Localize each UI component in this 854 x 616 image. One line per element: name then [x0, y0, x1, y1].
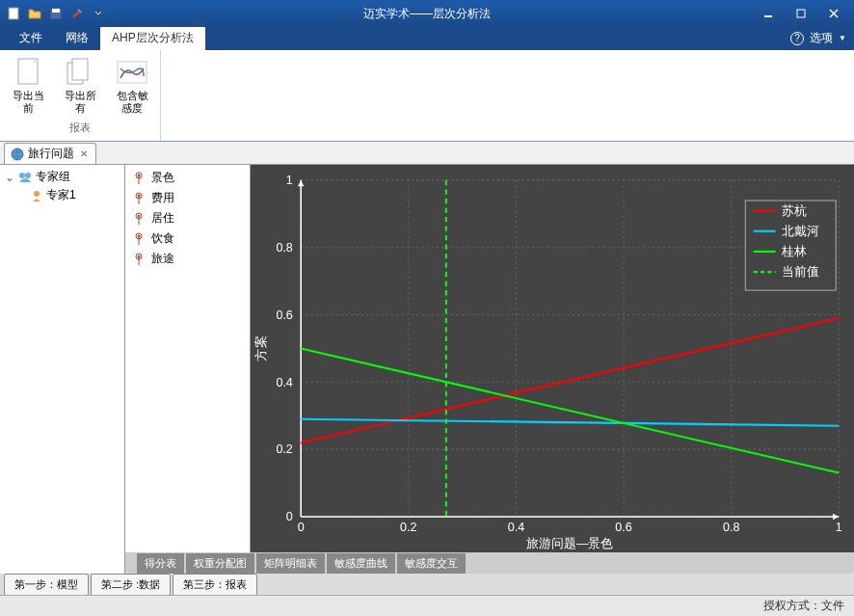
- subtab-score[interactable]: 得分表: [137, 553, 184, 574]
- svg-text:方案: 方案: [254, 335, 268, 361]
- svg-text:1: 1: [286, 174, 293, 187]
- antenna-icon: [132, 253, 146, 266]
- svg-text:0: 0: [286, 510, 293, 523]
- step-tab-report[interactable]: 第三步：报表: [173, 574, 257, 596]
- maximize-button[interactable]: [785, 4, 817, 23]
- help-icon[interactable]: ?: [790, 32, 804, 45]
- antenna-icon: [132, 232, 146, 246]
- minimize-button[interactable]: [752, 4, 785, 23]
- tools-icon[interactable]: [67, 4, 87, 23]
- svg-point-11: [25, 173, 31, 178]
- person-icon: [30, 189, 43, 202]
- qat-dropdown-icon[interactable]: [89, 4, 108, 23]
- criteria-item[interactable]: 饮食: [128, 228, 247, 249]
- svg-text:0.8: 0.8: [276, 241, 292, 254]
- tree-panel: ⌄ 专家组 专家1: [0, 165, 125, 574]
- svg-text:0.6: 0.6: [615, 521, 631, 534]
- svg-text:0.4: 0.4: [508, 521, 524, 534]
- tree-root-node[interactable]: ⌄ 专家组: [3, 168, 121, 186]
- statusbar: 授权方式：文件: [0, 595, 854, 616]
- documents-icon: [65, 57, 95, 88]
- open-folder-icon[interactable]: [25, 4, 44, 23]
- window-controls: [752, 4, 850, 23]
- ribbon: 导出当前 导出所有 包含敏感度 报表: [0, 50, 854, 142]
- document-tabs: 旅行问题 ✕: [0, 142, 854, 165]
- step-tab-data[interactable]: 第二步 :数据: [91, 574, 171, 596]
- svg-text:北戴河: 北戴河: [782, 225, 819, 238]
- document-tab[interactable]: 旅行问题 ✕: [4, 143, 96, 164]
- svg-text:0.2: 0.2: [276, 442, 292, 456]
- criteria-panel: 景色 费用 居住 饮食 旅途: [125, 165, 251, 552]
- include-sensitivity-button[interactable]: 包含敏感度: [108, 54, 156, 119]
- document-icon: [13, 57, 43, 88]
- antenna-icon: [132, 192, 146, 205]
- quick-access-toolbar: [4, 4, 108, 23]
- tab-ahp[interactable]: AHP层次分析法: [100, 26, 205, 50]
- subtab-weight[interactable]: 权重分配图: [186, 553, 254, 574]
- antenna-icon: [132, 172, 146, 185]
- svg-text:0.4: 0.4: [276, 375, 292, 388]
- svg-text:当前值: 当前值: [782, 265, 819, 279]
- step-tabs: 第一步：模型 第二步 :数据 第三步：报表: [0, 574, 854, 595]
- svg-text:苏杭: 苏杭: [782, 204, 807, 218]
- subtab-sens-interact[interactable]: 敏感度交互: [397, 553, 466, 574]
- step-tab-model[interactable]: 第一步：模型: [4, 574, 89, 596]
- ribbon-group-report: 导出当前 导出所有 包含敏感度 报表: [0, 50, 161, 141]
- sensitivity-chart-icon: [117, 57, 147, 88]
- svg-text:0.8: 0.8: [723, 521, 739, 534]
- svg-text:1: 1: [836, 521, 842, 534]
- svg-text:桂林: 桂林: [781, 245, 807, 258]
- export-current-button[interactable]: 导出当前: [4, 54, 52, 119]
- save-icon[interactable]: [46, 4, 66, 23]
- tree-child-label: 专家1: [46, 187, 76, 203]
- doc-tab-close-icon[interactable]: ✕: [78, 148, 90, 160]
- tree-root-label: 专家组: [36, 169, 70, 185]
- svg-point-12: [34, 191, 40, 197]
- doc-tab-title: 旅行问题: [28, 146, 74, 162]
- criteria-item[interactable]: 景色: [128, 168, 247, 188]
- svg-text:0.2: 0.2: [400, 521, 416, 534]
- sub-tabs: 得分表 权重分配图 矩阵明细表 敏感度曲线 敏感度交互: [125, 552, 854, 574]
- ribbon-group-title: 报表: [4, 119, 156, 137]
- tab-network[interactable]: 网络: [54, 26, 100, 50]
- svg-rect-7: [72, 59, 88, 80]
- antenna-icon: [132, 212, 146, 226]
- group-icon: [17, 171, 33, 184]
- globe-icon: [11, 147, 24, 161]
- criteria-item[interactable]: 居住: [128, 208, 247, 228]
- chart-area: 00.20.40.60.8100.20.40.60.81旅游问题—景色方案苏杭北…: [251, 165, 854, 552]
- options-dropdown-icon[interactable]: ▼: [839, 34, 846, 42]
- svg-rect-0: [9, 8, 18, 19]
- subtab-matrix[interactable]: 矩阵明细表: [256, 553, 325, 574]
- tree-child-node[interactable]: 专家1: [3, 186, 121, 204]
- new-file-icon[interactable]: [4, 4, 23, 23]
- svg-text:0.6: 0.6: [276, 308, 292, 322]
- criteria-item[interactable]: 费用: [128, 188, 247, 208]
- svg-point-10: [19, 173, 25, 178]
- svg-text:0: 0: [298, 521, 305, 534]
- export-all-button[interactable]: 导出所有: [56, 54, 104, 119]
- close-button[interactable]: [817, 4, 850, 23]
- status-text: 授权方式：文件: [763, 598, 844, 614]
- svg-text:旅游问题—景色: 旅游问题—景色: [526, 537, 613, 550]
- criteria-item[interactable]: 旅途: [128, 249, 247, 269]
- sensitivity-chart[interactable]: 00.20.40.60.8100.20.40.60.81旅游问题—景色方案苏杭北…: [251, 165, 854, 552]
- titlebar: 迈实学术——层次分析法: [0, 0, 854, 27]
- tab-file[interactable]: 文件: [8, 26, 54, 50]
- chevron-down-icon[interactable]: ⌄: [5, 171, 14, 184]
- subtab-sens-curve[interactable]: 敏感度曲线: [327, 553, 395, 574]
- svg-rect-4: [797, 10, 805, 17]
- svg-rect-2: [52, 9, 60, 13]
- window-title: 迈实学术——层次分析法: [363, 6, 491, 22]
- menu-bar: 文件 网络 AHP层次分析法 ? 选项 ▼: [0, 27, 854, 50]
- options-label[interactable]: 选项: [810, 30, 833, 46]
- workspace: ⌄ 专家组 专家1 景色 费用 居住 饮食 旅途 00.20.40.60.810…: [0, 165, 854, 574]
